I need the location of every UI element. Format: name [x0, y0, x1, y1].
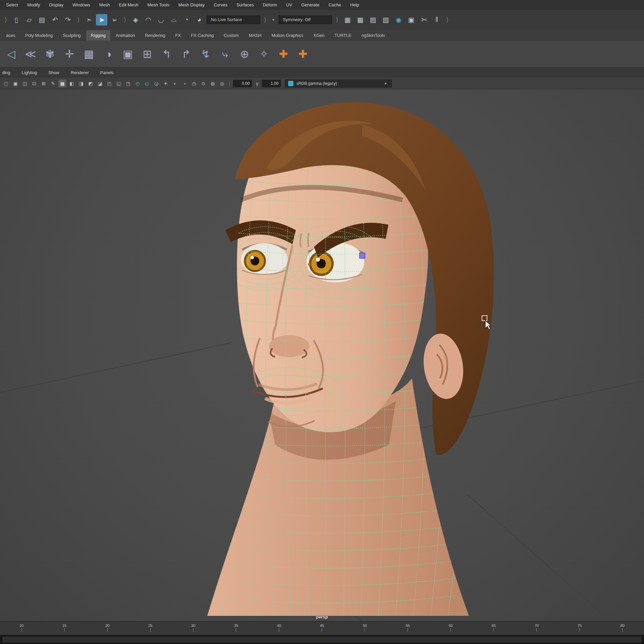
viewport[interactable]: persp: [0, 89, 644, 621]
shelf-tab[interactable]: FX: [171, 30, 186, 41]
menu-item[interactable]: Modify: [27, 2, 40, 7]
snap-to-projected-center-icon[interactable]: ⌓: [168, 14, 179, 25]
live-surface-field[interactable]: No Live Surface: [207, 15, 260, 24]
menu-item[interactable]: Generate: [301, 2, 319, 7]
render-setup-icon[interactable]: ▧: [380, 14, 391, 25]
ik-handle-icon[interactable]: ↯: [198, 45, 213, 63]
humanik-character-icon[interactable]: ✛: [62, 45, 77, 63]
menu-item[interactable]: Mesh Tools: [147, 2, 169, 7]
timeline-tick[interactable]: 65: [492, 624, 496, 632]
menu-item[interactable]: Surfaces: [236, 2, 254, 7]
symmetry-field[interactable]: Symmetry: Off: [278, 15, 332, 24]
snap-to-grid-icon[interactable]: ◈: [130, 14, 141, 25]
panel-menu-item[interactable]: Lighting: [22, 70, 37, 75]
timeline-tick[interactable]: 55: [406, 624, 410, 632]
joint-tool-icon[interactable]: ↰: [159, 45, 174, 63]
snap-to-view-plane-icon[interactable]: ◔: [181, 14, 192, 25]
timeline-tick[interactable]: 30: [191, 624, 195, 632]
wire-cube-icon[interactable]: ▣: [120, 45, 136, 63]
step-back-icon[interactable]: ≪: [23, 45, 38, 63]
add-influence-icon[interactable]: ✚: [295, 45, 311, 63]
menu-item[interactable]: Help: [350, 2, 359, 7]
grid-toggle-icon[interactable]: ▦: [58, 79, 66, 88]
shelf-tab[interactable]: Custom: [219, 30, 244, 41]
snap-to-point-icon[interactable]: ◡: [155, 14, 167, 25]
add-joint-icon[interactable]: ✚: [276, 45, 291, 63]
timeline-tick[interactable]: 15: [62, 624, 66, 632]
new-scene-icon[interactable]: ▯: [11, 14, 22, 25]
field-chart-icon[interactable]: ◪: [96, 79, 104, 88]
timeline-tick[interactable]: 10: [19, 624, 23, 632]
render-sequence-icon[interactable]: ▣: [406, 14, 417, 25]
render-current-frame-icon[interactable]: ▩: [355, 14, 366, 25]
timeline-tick[interactable]: 40: [277, 624, 281, 632]
snap-to-curve-icon[interactable]: ◠: [143, 14, 154, 25]
timeline-tick[interactable]: 60: [449, 624, 453, 632]
timeline-tick[interactable]: 35: [234, 624, 238, 632]
select-object-mode-icon[interactable]: ➤: [96, 14, 107, 25]
sculpt-deformer-icon[interactable]: ◑: [101, 45, 116, 63]
gamma-icon[interactable]: γ: [253, 79, 261, 88]
select-tool-icon[interactable]: ➣: [83, 14, 95, 25]
shelf-tab[interactable]: XGen: [309, 30, 329, 41]
shaded-mode-icon[interactable]: ◴: [133, 79, 142, 88]
menu-item[interactable]: Curves: [214, 2, 227, 7]
timeline-tick[interactable]: 45: [320, 624, 324, 632]
cluster-grid-icon[interactable]: ⊞: [140, 45, 155, 63]
bookmark-icon[interactable]: ◫: [21, 79, 29, 88]
colorspace-dropdown[interactable]: sRGB gamma (legacy) ▾: [285, 79, 392, 88]
display-layer-sphere-icon[interactable]: ◉: [393, 14, 404, 25]
resolution-gate-icon[interactable]: ◨: [77, 79, 85, 88]
ambient-occlusion-icon[interactable]: ◑: [180, 79, 189, 88]
pause-icon[interactable]: ‖: [431, 14, 442, 25]
previous-selection-icon[interactable]: ◁: [3, 45, 19, 63]
menu-item[interactable]: Cache: [328, 2, 341, 7]
timeline-tick[interactable]: 80: [621, 624, 625, 632]
insert-joint-icon[interactable]: ↱: [178, 45, 194, 63]
select-component-mode-icon[interactable]: ➢: [109, 14, 120, 25]
timeline-tick[interactable]: 20: [105, 624, 109, 632]
safe-title-icon[interactable]: ◱: [115, 79, 123, 88]
selected-vertex[interactable]: [360, 253, 365, 258]
camera-label[interactable]: persp: [302, 614, 342, 620]
locator-icon[interactable]: ✧: [256, 45, 272, 63]
use-default-material-icon[interactable]: ◶: [152, 79, 160, 88]
wireframe-mode-icon[interactable]: ◳: [124, 79, 132, 88]
shelf-tab[interactable]: Rigging: [86, 30, 110, 41]
menu-item[interactable]: Display: [49, 2, 63, 7]
open-scene-icon[interactable]: ▱: [23, 14, 35, 25]
menu-item[interactable]: Windows: [72, 2, 90, 7]
pan-zoom-icon[interactable]: ⊞: [40, 79, 48, 88]
safe-action-icon[interactable]: ◰: [105, 79, 113, 88]
motion-blur-icon[interactable]: ◷: [190, 79, 198, 88]
image-plane-icon[interactable]: ⊡: [30, 79, 38, 88]
redo-icon[interactable]: ↷: [62, 14, 73, 25]
timeline-tick[interactable]: 50: [363, 624, 367, 632]
menu-item[interactable]: Select: [6, 2, 18, 7]
grease-pencil-icon[interactable]: ✎: [49, 79, 57, 88]
render-view-icon[interactable]: ▦: [342, 14, 353, 25]
exposure-field[interactable]: 0.00: [233, 80, 252, 87]
gate-mask-icon[interactable]: ◩: [87, 79, 95, 88]
lighting-icon[interactable]: ☀: [162, 79, 170, 88]
camera-attributes-icon[interactable]: ▣: [11, 79, 19, 88]
shelf-tab[interactable]: Motion Graphics: [267, 30, 308, 41]
shelf-tab[interactable]: MASH: [244, 30, 266, 41]
range-slider-bar[interactable]: [3, 637, 641, 642]
timeline-ruler[interactable]: 10 15 20 25 30 35: [0, 622, 644, 635]
lattice-icon[interactable]: ▦: [81, 45, 97, 63]
timeline-tick[interactable]: 70: [535, 624, 539, 632]
panel-menu-item[interactable]: Show: [48, 70, 59, 75]
cut-keys-icon[interactable]: ✄: [418, 14, 430, 25]
shelf-tab[interactable]: TURTLE: [330, 30, 356, 41]
shelf-tab[interactable]: Rendering: [141, 30, 170, 41]
menu-item[interactable]: Mesh Display: [178, 2, 205, 7]
panel-menu-item[interactable]: Renderer: [71, 70, 89, 75]
shelf-tab[interactable]: Poly Modeling: [20, 30, 57, 41]
ipr-render-icon[interactable]: ▨: [367, 14, 379, 25]
film-gate-icon[interactable]: ◧: [68, 79, 76, 88]
constraint-icon[interactable]: ⊕: [237, 45, 252, 63]
menu-item[interactable]: Deform: [263, 2, 277, 7]
chevron-down-icon[interactable]: ▾: [270, 17, 277, 22]
menu-item[interactable]: UV: [286, 2, 292, 7]
